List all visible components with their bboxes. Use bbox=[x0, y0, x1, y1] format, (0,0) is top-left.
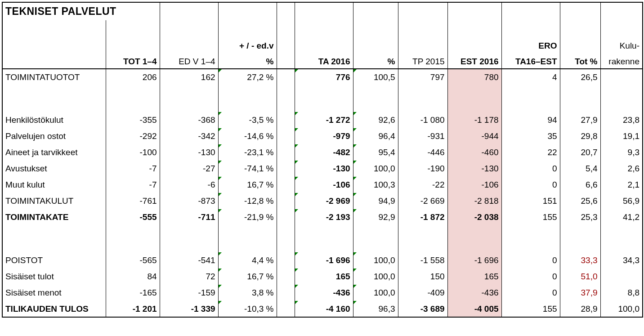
cell-ero: 0 bbox=[501, 269, 560, 285]
cell-change: -74,1 % bbox=[218, 161, 277, 177]
cell-totpct: 29,8 bbox=[560, 128, 600, 144]
cell-pct: 92,6 bbox=[353, 112, 398, 128]
cell-ero: 155 bbox=[501, 301, 560, 317]
cell-tot14: 84 bbox=[106, 269, 160, 285]
cell-est2016: -2 038 bbox=[447, 209, 501, 225]
cell-totpct: 33,3 bbox=[560, 252, 600, 269]
cell-tp2015: -446 bbox=[398, 144, 447, 161]
table-row: TILIKAUDEN TULOS-1 201-1 339-10,3 %-4 16… bbox=[2, 301, 643, 317]
col-header-kulu-top: Kulu- bbox=[600, 36, 643, 53]
cell-rakenne: 34,3 bbox=[600, 252, 643, 269]
cell-change: -23,1 % bbox=[218, 144, 277, 161]
cell-rakenne: 2,6 bbox=[600, 161, 643, 177]
cell-ta2016: 776 bbox=[295, 69, 353, 85]
cell-pct: 96,4 bbox=[353, 128, 398, 144]
cell-pct: 92,9 bbox=[353, 209, 398, 225]
table-row: Muut kulut-7-616,7 %-106100,3-22-10606,6… bbox=[2, 177, 643, 193]
cell-edv14: -159 bbox=[160, 285, 218, 301]
col-header-pct: % bbox=[353, 53, 398, 69]
cell-tp2015: -190 bbox=[398, 161, 447, 177]
cell-pct: 100,3 bbox=[353, 177, 398, 193]
cell-tot14: -555 bbox=[106, 209, 160, 225]
cell-est2016: -106 bbox=[447, 177, 501, 193]
row-label: Avustukset bbox=[2, 161, 106, 177]
col-header-edv14: ED V 1–4 bbox=[160, 53, 218, 69]
cell-totpct: 26,5 bbox=[560, 69, 600, 85]
cell-change: -21,9 % bbox=[218, 209, 277, 225]
cell-ero: 0 bbox=[501, 177, 560, 193]
cell-tot14: -100 bbox=[106, 144, 160, 161]
table-row: TOIMINTATUOTOT20616227,2 %776100,5797780… bbox=[2, 69, 643, 85]
row-label: Henkilöstökulut bbox=[2, 112, 106, 128]
cell-edv14: -130 bbox=[160, 144, 218, 161]
cell-rakenne: 8,8 bbox=[600, 285, 643, 301]
cell-rakenne: 9,3 bbox=[600, 144, 643, 161]
cell-rakenne: 23,8 bbox=[600, 112, 643, 128]
col-header-tot14: TOT 1–4 bbox=[106, 53, 160, 69]
col-header-est2016: EST 2016 bbox=[447, 53, 501, 69]
cell-est2016: -130 bbox=[447, 161, 501, 177]
cell-tp2015: -3 689 bbox=[398, 301, 447, 317]
cell-totpct: 27,9 bbox=[560, 112, 600, 128]
cell-edv14: -6 bbox=[160, 177, 218, 193]
cell-ero: 35 bbox=[501, 128, 560, 144]
cell-ero: 94 bbox=[501, 112, 560, 128]
cell-ero: 22 bbox=[501, 144, 560, 161]
cell-ta2016: -2 193 bbox=[295, 209, 353, 225]
cell-tp2015: -931 bbox=[398, 128, 447, 144]
cell-tp2015: -2 669 bbox=[398, 193, 447, 209]
cell-tp2015: -409 bbox=[398, 285, 447, 301]
cell-change: 3,8 % bbox=[218, 285, 277, 301]
row-label: TOIMINTATUOTOT bbox=[2, 69, 106, 85]
row-label: TILIKAUDEN TULOS bbox=[2, 301, 106, 317]
cell-edv14: -342 bbox=[160, 128, 218, 144]
cell-rakenne: 19,1 bbox=[600, 128, 643, 144]
cell-pct: 100,0 bbox=[353, 269, 398, 285]
cell-rakenne: 2,1 bbox=[600, 177, 643, 193]
table-row: TOIMINTAKULUT-761-873-12,8 %-2 96994,9-2… bbox=[2, 193, 643, 209]
cell-edv14: 72 bbox=[160, 269, 218, 285]
table-row: TOIMINTAKATE-555-711-21,9 %-2 19392,9-1 … bbox=[2, 209, 643, 225]
col-header-change: % bbox=[218, 53, 277, 69]
table-row: Sisäiset menot-165-1593,8 %-436100,0-409… bbox=[2, 285, 643, 301]
cell-ta2016: -1 272 bbox=[295, 112, 353, 128]
cell-tot14: -1 201 bbox=[106, 301, 160, 317]
cell-rakenne: 100,0 bbox=[600, 301, 643, 317]
financial-table: TEKNISET PALVELUT + / - ed.v ERO Kulu- T… bbox=[2, 2, 643, 318]
cell-change: 16,7 % bbox=[218, 177, 277, 193]
cell-est2016: -1 696 bbox=[447, 252, 501, 269]
cell-ero: 0 bbox=[501, 252, 560, 269]
cell-edv14: -27 bbox=[160, 161, 218, 177]
row-label: Palvelujen ostot bbox=[2, 128, 106, 144]
cell-change: 16,7 % bbox=[218, 269, 277, 285]
cell-tp2015: 150 bbox=[398, 269, 447, 285]
table-row: Henkilöstökulut-355-368-3,5 %-1 27292,6-… bbox=[2, 112, 643, 128]
col-header-change-top: + / - ed.v bbox=[218, 36, 277, 53]
cell-ero: 155 bbox=[501, 209, 560, 225]
cell-edv14: -541 bbox=[160, 252, 218, 269]
table-row: Aineet ja tarvikkeet-100-130-23,1 %-4829… bbox=[2, 144, 643, 161]
table-row: Sisäiset tulot847216,7 %165100,015016505… bbox=[2, 269, 643, 285]
row-label: Sisäiset tulot bbox=[2, 269, 106, 285]
cell-est2016: -2 818 bbox=[447, 193, 501, 209]
cell-tot14: -7 bbox=[106, 177, 160, 193]
table-row: POISTOT-565-5414,4 %-1 696100,0-1 558-1 … bbox=[2, 252, 643, 269]
cell-ta2016: -1 696 bbox=[295, 252, 353, 269]
cell-change: -14,6 % bbox=[218, 128, 277, 144]
cell-edv14: -368 bbox=[160, 112, 218, 128]
cell-tp2015: -1 872 bbox=[398, 209, 447, 225]
row-label: Sisäiset menot bbox=[2, 285, 106, 301]
cell-tot14: -355 bbox=[106, 112, 160, 128]
cell-est2016: -460 bbox=[447, 144, 501, 161]
cell-est2016: -944 bbox=[447, 128, 501, 144]
col-header-ta2016: TA 2016 bbox=[295, 53, 353, 69]
cell-rakenne: 56,9 bbox=[600, 193, 643, 209]
cell-pct: 96,3 bbox=[353, 301, 398, 317]
cell-tot14: -165 bbox=[106, 285, 160, 301]
col-header-tp2015: TP 2015 bbox=[398, 53, 447, 69]
cell-ero: 0 bbox=[501, 161, 560, 177]
cell-ta2016: -436 bbox=[295, 285, 353, 301]
cell-ero: 4 bbox=[501, 69, 560, 85]
col-header-ero: TA16–EST bbox=[501, 53, 560, 69]
cell-edv14: -711 bbox=[160, 209, 218, 225]
